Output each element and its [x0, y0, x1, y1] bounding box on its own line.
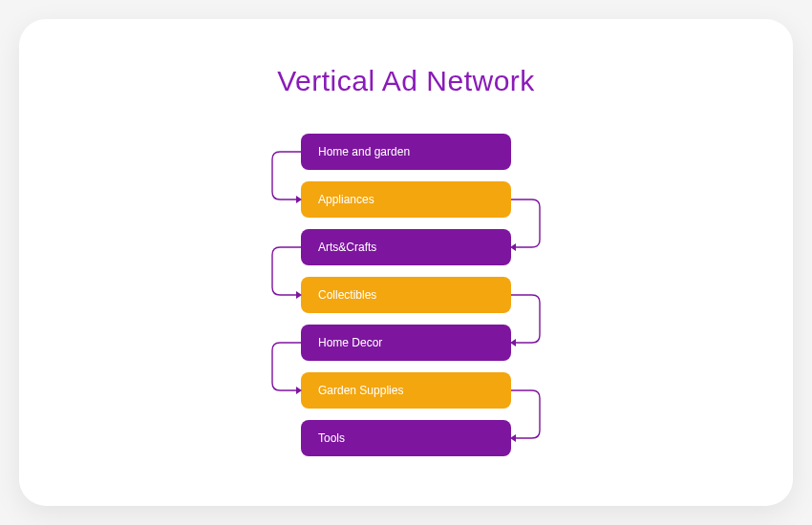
node-garden-supplies: Garden Supplies — [301, 372, 511, 409]
node-home-decor: Home Decor — [301, 325, 511, 361]
node-label: Home Decor — [318, 336, 382, 349]
node-home-and-garden: Home and garden — [301, 134, 511, 170]
diagram-card: Vertical Ad Network Home and garden Appl… — [19, 19, 793, 506]
node-stack: Home and garden Appliances Arts&Crafts C… — [301, 134, 511, 468]
node-arts-crafts: Arts&Crafts — [301, 229, 511, 265]
node-label: Home and garden — [318, 145, 410, 158]
node-label: Arts&Crafts — [318, 241, 376, 254]
node-label: Appliances — [318, 193, 374, 206]
node-label: Garden Supplies — [318, 384, 403, 397]
node-tools: Tools — [301, 420, 511, 456]
diagram-title: Vertical Ad Network — [19, 65, 793, 97]
node-label: Tools — [318, 431, 345, 445]
node-collectibles: Collectibles — [301, 277, 511, 313]
node-appliances: Appliances — [301, 181, 511, 218]
node-label: Collectibles — [318, 288, 376, 302]
